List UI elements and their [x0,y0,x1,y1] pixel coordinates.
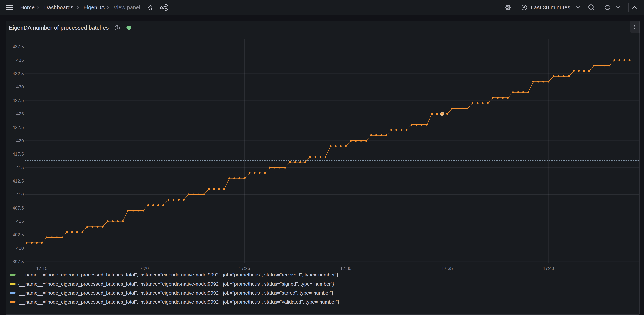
svg-text:17:30: 17:30 [340,266,351,271]
svg-text:415: 415 [16,165,24,170]
svg-text:425: 425 [16,111,24,116]
svg-text:17:25: 17:25 [239,266,250,271]
svg-text:407.5: 407.5 [12,206,24,210]
svg-text:420: 420 [16,138,24,143]
svg-text:402.5: 402.5 [12,232,24,237]
svg-text:400: 400 [16,246,24,251]
svg-text:17:35: 17:35 [442,266,453,271]
svg-text:410: 410 [16,192,24,197]
svg-text:397.5: 397.5 [12,259,24,264]
svg-text:17:20: 17:20 [138,266,149,271]
svg-text:417.5: 417.5 [12,152,24,156]
svg-text:430: 430 [16,84,24,90]
svg-text:435: 435 [16,58,24,63]
svg-text:405: 405 [16,219,24,224]
svg-text:412.5: 412.5 [12,178,24,184]
svg-text:17:15: 17:15 [36,266,48,271]
svg-text:427.5: 427.5 [12,98,24,103]
svg-text:437.5: 437.5 [12,44,24,49]
svg-text:432.5: 432.5 [12,71,24,76]
svg-text:422.5: 422.5 [12,125,24,130]
svg-text:17:40: 17:40 [543,266,554,271]
